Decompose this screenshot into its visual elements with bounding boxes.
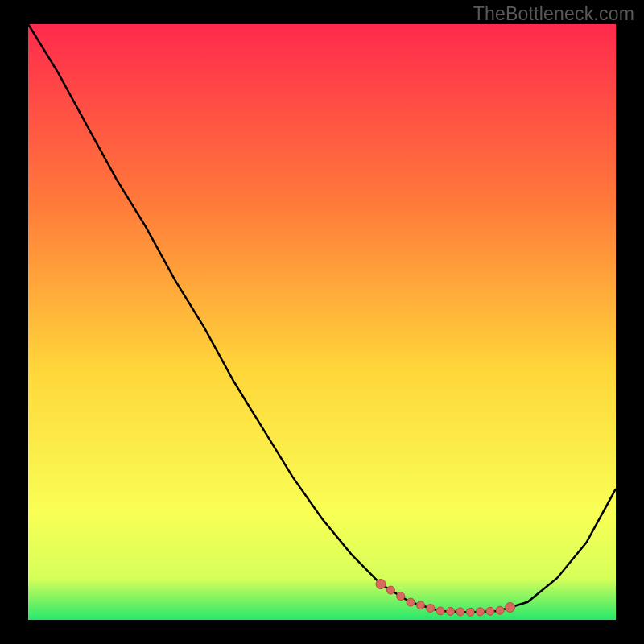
marker-dot [486,607,494,615]
marker-dot [456,608,464,616]
chart-frame: TheBottleneck.com [0,0,644,644]
marker-dot [436,607,444,615]
marker-dot [427,605,435,613]
gradient-background [28,24,616,620]
marker-dot [416,601,424,609]
bottleneck-chart [0,0,644,644]
marker-dot [466,608,474,616]
watermark-text: TheBottleneck.com [473,3,634,25]
marker-dot [506,603,515,613]
marker-dot [447,607,455,615]
marker-dot [376,580,386,589]
marker-dot [397,592,405,601]
marker-dot [477,608,485,616]
marker-dot [386,586,394,594]
marker-dot [496,606,504,614]
marker-dot [407,598,415,606]
